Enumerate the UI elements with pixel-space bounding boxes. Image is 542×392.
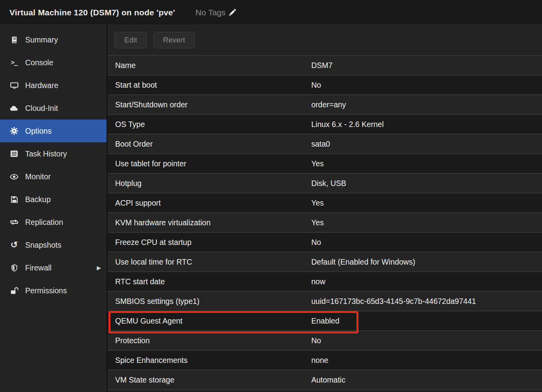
option-value: Automatic: [311, 375, 345, 385]
gear-icon: [9, 127, 20, 135]
no-tags-label: No Tags: [195, 8, 226, 17]
option-label: SMBIOS settings (type1): [115, 297, 311, 306]
sidebar-item-label: Backup: [25, 195, 51, 204]
option-row-smbios-settings-type1[interactable]: SMBIOS settings (type1)uuid=167173bc-65d…: [108, 291, 542, 311]
option-row-boot-order[interactable]: Boot Ordersata0: [108, 134, 542, 153]
chevron-right-icon: ▶: [97, 265, 101, 271]
eye-icon: [9, 174, 20, 180]
option-label: Use local time for RTC: [115, 258, 311, 267]
sidebar-item-label: Replication: [25, 218, 63, 227]
option-value: Enabled: [311, 317, 340, 326]
option-label: Use tablet for pointer: [115, 159, 311, 168]
option-value: Linux 6.x - 2.6 Kernel: [311, 120, 384, 129]
desktop-icon: [9, 82, 20, 89]
option-row-protection[interactable]: ProtectionNo: [108, 330, 542, 350]
option-label: Spice Enhancements: [115, 356, 311, 365]
sidebar-item-label: Cloud-Init: [25, 104, 58, 113]
option-label: Boot Order: [115, 140, 311, 149]
sidebar-item-hardware[interactable]: Hardware: [0, 74, 107, 97]
sidebar-item-label: Snapshots: [25, 241, 61, 250]
sidebar-item-label: Summary: [25, 35, 58, 44]
sidebar-item-task-history[interactable]: Task History: [0, 142, 107, 165]
option-row-start-shutdown-order[interactable]: Start/Shutdown orderorder=any: [108, 94, 542, 114]
sidebar-item-cloud-init[interactable]: Cloud-Init: [0, 97, 107, 120]
option-value: uuid=167173bc-65d3-4145-9c7b-44672da9744…: [311, 297, 476, 306]
option-row-hotplug[interactable]: HotplugDisk, USB: [108, 173, 542, 193]
option-value: DSM7: [311, 61, 333, 70]
pencil-icon: [228, 8, 237, 17]
cloud-icon: [9, 105, 20, 111]
option-row-spice-enhancements[interactable]: Spice Enhancementsnone: [108, 350, 542, 370]
option-value: No: [311, 336, 321, 345]
option-row-rtc-start-date[interactable]: RTC start datenow: [108, 271, 542, 291]
option-label: OS Type: [115, 120, 311, 129]
sidebar-item-label: Options: [25, 127, 51, 136]
option-value: sata0: [311, 140, 330, 149]
tags-control[interactable]: No Tags: [195, 8, 237, 17]
terminal-icon: >_: [9, 59, 20, 66]
option-value: order=any: [311, 100, 346, 109]
option-row-name[interactable]: NameDSM7: [108, 55, 542, 75]
option-value: No: [311, 81, 321, 90]
sidebar-item-monitor[interactable]: Monitor: [0, 165, 107, 188]
option-label: ACPI support: [115, 199, 311, 208]
option-value: Yes: [311, 159, 324, 168]
sidebar-item-permissions[interactable]: Permissions: [0, 279, 107, 302]
option-row-use-tablet-for-pointer[interactable]: Use tablet for pointerYes: [108, 153, 542, 173]
option-row-os-type[interactable]: OS TypeLinux 6.x - 2.6 Kernel: [108, 114, 542, 134]
option-label: QEMU Guest Agent: [115, 317, 311, 326]
options-panel: Edit Revert NameDSM7Start at bootNoStart…: [108, 25, 542, 392]
sidebar-item-label: Monitor: [25, 172, 51, 181]
sidebar-item-label: Task History: [25, 149, 67, 158]
proxmox-vm-options-screen: Virtual Machine 120 (DSM7) on node 'pve'…: [0, 0, 542, 392]
sidebar-item-label: Firewall: [25, 263, 51, 272]
sidebar-item-summary[interactable]: Summary: [0, 28, 107, 51]
sidebar-item-label: Console: [25, 58, 53, 67]
options-toolbar: Edit Revert: [108, 25, 542, 55]
option-label: RTC start date: [115, 277, 311, 286]
history-icon: ↺: [9, 241, 20, 249]
sidebar-item-snapshots[interactable]: ↺Snapshots: [0, 234, 107, 256]
sidebar-item-label: Hardware: [25, 81, 59, 90]
option-label: Start at boot: [115, 81, 311, 90]
option-value: No: [311, 238, 321, 247]
option-row-qemu-guest-agent[interactable]: QEMU Guest AgentEnabled: [108, 311, 542, 330]
list-icon: [9, 150, 20, 157]
sidebar-item-options[interactable]: Options: [0, 120, 107, 142]
page-body: Summary>_ConsoleHardwareCloud-InitOption…: [0, 25, 542, 392]
shield-icon: [9, 264, 20, 272]
option-row-acpi-support[interactable]: ACPI supportYes: [108, 193, 542, 212]
option-value: Disk, USB: [311, 179, 346, 188]
option-label: VM State storage: [115, 375, 311, 385]
option-row-kvm-hardware-virtualization[interactable]: KVM hardware virtualizationYes: [108, 212, 542, 232]
option-row-freeze-cpu-at-startup[interactable]: Freeze CPU at startupNo: [108, 232, 542, 252]
option-label: Freeze CPU at startup: [115, 238, 311, 247]
options-table: NameDSM7Start at bootNoStart/Shutdown or…: [108, 55, 542, 390]
option-label: Start/Shutdown order: [115, 100, 311, 109]
option-label: KVM hardware virtualization: [115, 218, 311, 227]
sidebar-item-backup[interactable]: Backup: [0, 188, 107, 211]
sidebar-item-label: Permissions: [25, 286, 67, 295]
option-label: Hotplug: [115, 179, 311, 188]
option-label: Name: [115, 61, 311, 70]
sidebar-item-console[interactable]: >_Console: [0, 51, 107, 74]
floppy-icon: [9, 196, 20, 203]
vm-sidebar: Summary>_ConsoleHardwareCloud-InitOption…: [0, 25, 108, 392]
book-icon: [9, 36, 20, 44]
page-header: Virtual Machine 120 (DSM7) on node 'pve'…: [0, 0, 542, 25]
option-row-vm-state-storage[interactable]: VM State storageAutomatic: [108, 370, 542, 389]
revert-button[interactable]: Revert: [153, 32, 195, 48]
option-value: none: [311, 356, 328, 365]
option-value: Default (Enabled for Windows): [311, 258, 415, 267]
sidebar-item-replication[interactable]: Replication: [0, 211, 107, 234]
option-value: Yes: [311, 218, 324, 227]
sidebar-item-firewall[interactable]: Firewall▶: [0, 256, 107, 279]
option-row-use-local-time-for-rtc[interactable]: Use local time for RTCDefault (Enabled f…: [108, 252, 542, 271]
option-value: now: [311, 277, 325, 286]
edit-button[interactable]: Edit: [114, 32, 147, 48]
page-title: Virtual Machine 120 (DSM7) on node 'pve': [9, 8, 175, 17]
unlock-icon: [9, 287, 20, 294]
option-value: Yes: [311, 199, 324, 208]
option-label: Protection: [115, 336, 311, 345]
option-row-start-at-boot[interactable]: Start at bootNo: [108, 75, 542, 94]
